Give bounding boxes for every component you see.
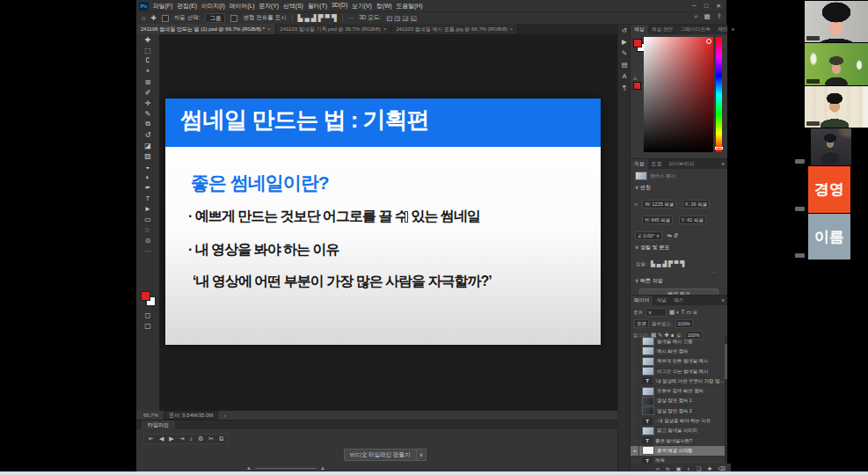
participant-name-tile[interactable]: 이름	[808, 214, 850, 259]
color-picker-field[interactable]	[644, 37, 713, 152]
maximize-button[interactable]: □	[704, 3, 708, 9]
tab-adjustments[interactable]: 조정	[648, 159, 666, 169]
layer-row[interactable]: ▸썸네일 예시 모음	[631, 337, 726, 347]
document-canvas[interactable]: 썸네일 만드는 법 : 기획편 좋은 썸네일이란? · 예쁘게 만드는 것보단 …	[159, 34, 617, 411]
tab-channels[interactable]: 채널	[653, 296, 670, 305]
create-video-timeline-dropdown[interactable]: ∨	[416, 449, 427, 461]
filter-type-dropdown[interactable]: ∨	[646, 308, 667, 317]
transition-icon[interactable]: ⧉	[219, 435, 223, 442]
screen-mode-button[interactable]: ▢	[136, 320, 159, 331]
menu-item[interactable]: 이미지(I)	[201, 2, 225, 11]
transform-section-header[interactable]: ∨ 변형	[631, 181, 727, 194]
options-more-button[interactable]: ···	[348, 15, 354, 21]
layers-scrollbar[interactable]	[725, 337, 727, 464]
layer-visibility-toggle[interactable]	[631, 397, 639, 406]
tab-gradients[interactable]: 그레이디언트	[676, 25, 714, 34]
delete-layer-icon[interactable]: ⌫	[718, 465, 726, 471]
path-selection-tool[interactable]: ►	[136, 203, 159, 214]
workspace-icon[interactable]: ▦	[704, 12, 711, 21]
play-icon[interactable]: ▶	[169, 435, 173, 442]
first-frame-icon[interactable]: ⇤	[149, 435, 154, 442]
link-layers-icon[interactable]: ∞	[656, 466, 660, 471]
history-brush-tool[interactable]: ↺	[136, 129, 159, 140]
zoom-out-icon[interactable]: ▲	[246, 465, 252, 471]
opacity-field[interactable]: 100%	[675, 319, 693, 328]
split-icon[interactable]: ✂	[208, 435, 214, 442]
menu-item[interactable]: 파일(F)	[153, 2, 172, 11]
participant-video-tile[interactable]	[811, 128, 851, 165]
menu-item[interactable]: 3D(D)	[332, 2, 347, 11]
show-transform-checkbox[interactable]	[230, 15, 237, 22]
timeline-zoom-slider[interactable]: ▲▲	[246, 465, 325, 471]
layer-effects-icon[interactable]: fx	[666, 466, 670, 471]
blur-tool[interactable]: ◒	[136, 161, 159, 172]
menu-item[interactable]: 편집(E)	[177, 2, 197, 11]
layer-visibility-toggle[interactable]	[631, 416, 639, 425]
zoom-level[interactable]: 66.7%	[143, 413, 158, 418]
create-video-timeline-button[interactable]: 비디오 타임라인 만들기	[344, 449, 417, 461]
x-field[interactable]: X: 26 픽셀	[682, 200, 710, 208]
participant-name-tile[interactable]: 경영	[808, 166, 850, 213]
layer-visibility-toggle[interactable]: ●	[631, 446, 639, 455]
layer-visibility-toggle[interactable]	[631, 357, 639, 366]
document-tab[interactable]: 241106 썸네일 만드는 법 (1).psd @ 66.7% (RGB/8)…	[136, 24, 276, 34]
align-more-button[interactable]: ···	[712, 269, 718, 274]
tab-properties[interactable]: 속성	[631, 159, 648, 169]
layer-row[interactable]: 참고 썸네일 이미지	[631, 427, 726, 436]
menu-item[interactable]: 도움말(H)	[397, 2, 423, 11]
object-selection-tool[interactable]: ⌖	[136, 66, 159, 77]
layer-row[interactable]: 유튜브 검색 화면 캡처	[631, 386, 726, 396]
home-icon[interactable]: ⌂	[142, 14, 146, 22]
layer-visibility-toggle[interactable]	[631, 337, 639, 346]
eyedropper-tool[interactable]: ✐	[136, 87, 159, 98]
tab-swatches[interactable]: 색상 견본	[648, 25, 677, 34]
layer-visibility-toggle[interactable]	[631, 386, 639, 395]
align-section-header[interactable]: ∨ 정렬 및 분포	[631, 241, 727, 253]
brush-tool[interactable]: ✎	[136, 108, 159, 119]
audio-icon[interactable]: ♪	[190, 435, 193, 442]
healing-brush-tool[interactable]: ✛	[136, 98, 159, 108]
blend-mode-dropdown[interactable]: 표준	[634, 319, 649, 328]
color-panel-foreground-swatch[interactable]	[633, 39, 642, 48]
history-panel-icon[interactable]: ↺	[618, 25, 631, 36]
close-button[interactable]: ✕	[716, 3, 721, 10]
color-swatches[interactable]	[141, 291, 155, 305]
adjustment-layer-icon[interactable]: ◐	[687, 466, 690, 471]
y-field[interactable]: Y: 42 픽셀	[679, 216, 706, 224]
participant-video-tile[interactable]	[805, 43, 868, 85]
next-frame-icon[interactable]: ⇥	[179, 435, 185, 442]
flip-buttons[interactable]: ⇋ ⇵	[667, 232, 678, 238]
character-panel-icon[interactable]: A	[618, 70, 631, 82]
lasso-tool[interactable]: Ꮭ	[136, 55, 159, 66]
layer-row[interactable]: 어그로 끄는 썸네일 예시	[631, 367, 726, 376]
menu-item[interactable]: 창(W)	[376, 2, 392, 11]
tab-layers[interactable]: 레이어	[631, 296, 653, 305]
layer-visibility-toggle[interactable]	[631, 376, 639, 385]
paragraph-panel-icon[interactable]: ¶	[618, 82, 631, 93]
gamut-warning-swatch[interactable]	[633, 82, 641, 90]
foreground-color-swatch[interactable]	[141, 291, 150, 301]
toolbar-more-button[interactable]: ···	[136, 245, 159, 256]
layer-row[interactable]: T제목	[631, 457, 726, 464]
move-tool[interactable]: ✚	[136, 34, 159, 45]
panel-menu-icon[interactable]: ≡	[722, 159, 727, 169]
participant-video-tile[interactable]	[805, 86, 868, 128]
tab-close-icon[interactable]: ×	[383, 26, 387, 32]
layer-row[interactable]: 영상 장면 캡처 1	[631, 397, 726, 406]
new-group-icon[interactable]: ❑	[697, 465, 701, 471]
layer-visibility-toggle[interactable]	[631, 367, 639, 376]
layer-visibility-toggle[interactable]	[631, 427, 639, 435]
auto-select-checkbox[interactable]	[162, 15, 169, 22]
type-tool[interactable]: T	[136, 193, 159, 203]
menu-item[interactable]: 레이어(L)	[230, 2, 255, 11]
layer-visibility-toggle[interactable]	[631, 436, 639, 445]
panel-menu-icon[interactable]: ≡	[732, 25, 737, 34]
mode-3d-buttons[interactable]: ◰ ◳ ◲ ◱	[386, 14, 417, 22]
timeline-tab[interactable]: 타임라인	[142, 420, 175, 429]
brush-settings-panel-icon[interactable]: ✎	[618, 48, 631, 59]
new-layer-icon[interactable]: ✚	[707, 465, 711, 471]
menu-item[interactable]: 선택(S)	[283, 2, 303, 11]
width-field[interactable]: W: 1225 픽셀	[642, 200, 676, 208]
move-tool-option-icon[interactable]: ✚	[151, 14, 157, 22]
eraser-tool[interactable]: ◪	[136, 140, 159, 150]
